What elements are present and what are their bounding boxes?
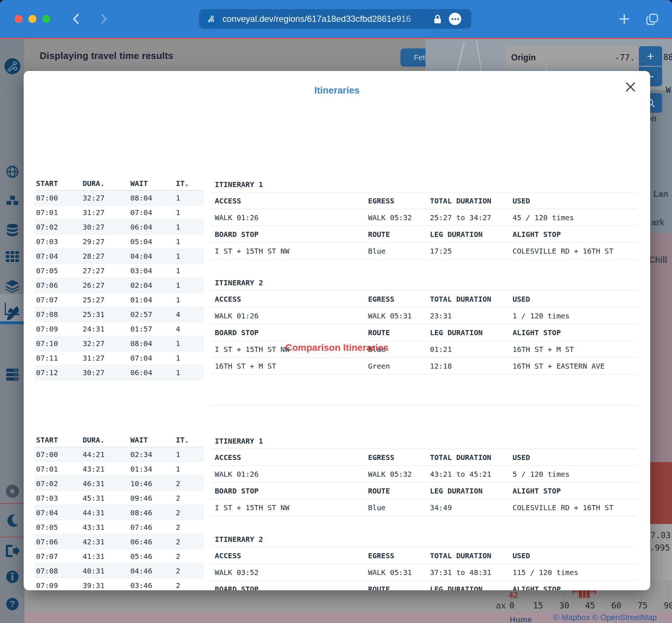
duration-cell: 40:31: [83, 567, 130, 575]
schedule-row[interactable]: 07:08 40:31 04:46 2: [35, 564, 204, 578]
start-cell: 07:09: [35, 325, 83, 333]
iteration-cell: 1: [176, 266, 204, 275]
svg-text:?: ?: [9, 599, 15, 609]
start-cell: 07:00: [35, 194, 83, 202]
new-tab-icon[interactable]: [618, 13, 631, 25]
sidebar-item-analysis[interactable]: [0, 296, 24, 321]
duration-cell: 45:31: [83, 494, 130, 503]
leg-duration: 34:49: [426, 503, 508, 512]
schedule-row[interactable]: 07:02 46:31 10:46 2: [35, 476, 204, 491]
forward-icon[interactable]: [97, 12, 110, 25]
moon-icon[interactable]: [0, 508, 24, 533]
record-icon[interactable]: [0, 479, 24, 504]
iteration-cell: 1: [176, 368, 204, 377]
url-fade: [397, 9, 430, 29]
wait-cell: 03:04: [130, 266, 176, 275]
ellipsis-icon[interactable]: [449, 13, 461, 25]
comparison-schedule-table: STARTDURA.WAITIT. 07:00 44:21 02:34 1 07…: [35, 433, 204, 590]
schedule-row[interactable]: 07:04 44:31 08:46 2: [35, 505, 204, 520]
start-cell: 07:03: [35, 237, 83, 246]
egress-value: WALK 05:31: [364, 312, 426, 320]
screenshot-root: { "browser": { "url": "conveyal.dev/regi…: [0, 0, 672, 623]
map-attribution[interactable]: © Mapbox © OpenStreetMap: [553, 613, 657, 622]
back-icon[interactable]: [70, 12, 83, 25]
duration-cell: 42:31: [83, 537, 130, 546]
schedule-row[interactable]: 07:06 42:31 06:46 2: [35, 535, 204, 549]
schedule-row[interactable]: 07:05 43:31 07:46 2: [35, 520, 204, 535]
start-cell: 07:09: [35, 581, 83, 590]
database-icon[interactable]: [0, 217, 24, 243]
conveyal-logo[interactable]: [0, 53, 24, 79]
iteration-cell: 1: [176, 208, 204, 217]
wait-cell: 02:34: [130, 450, 176, 459]
used-value: 45 / 120 times: [508, 213, 637, 222]
address-bar[interactable]: conveyal.dev/regions/617a18ed33cfbd2861e…: [199, 9, 471, 29]
map-zoom-in-button[interactable]: +: [639, 46, 662, 66]
iteration-cell: 1: [176, 281, 204, 290]
iteration-cell: 1: [176, 223, 204, 231]
window-minimize-button[interactable]: [28, 15, 36, 23]
schedule-row[interactable]: 07:04 28:27 04:04 1: [35, 249, 204, 263]
schedule-row[interactable]: 07:03 45:31 09:46 2: [35, 491, 204, 505]
schedule-row[interactable]: 07:03 29:27 05:04 1: [35, 234, 204, 249]
legs-header-row: BOARD STOPROUTELEG DURATIONALIGHT STOP: [210, 324, 637, 341]
itinerary-name: ITINERARY 1: [210, 176, 637, 193]
west-partial-text: W: [666, 85, 671, 95]
duration-cell: 46:31: [83, 479, 130, 488]
grid-icon[interactable]: [0, 244, 24, 269]
iteration-cell: 1: [176, 194, 204, 202]
schedule-row[interactable]: 07:10 32:27 08:04 1: [35, 336, 204, 351]
iteration-cell: 4: [176, 325, 204, 333]
iteration-cell: 1: [176, 450, 204, 459]
blocks-icon[interactable]: [0, 188, 24, 214]
tab-overview-icon[interactable]: [646, 13, 660, 26]
window-zoom-button[interactable]: [42, 15, 50, 23]
wait-cell: 07:46: [130, 523, 176, 532]
schedule-row[interactable]: 07:08 25:31 02:57 4: [35, 307, 204, 322]
globe-icon[interactable]: [0, 159, 24, 184]
schedule-row[interactable]: 07:13 29:27 05:04 1: [35, 380, 204, 385]
servers-icon[interactable]: [0, 362, 24, 388]
schedule-row[interactable]: 07:00 44:21 02:34 1: [35, 447, 204, 462]
start-cell: 07:11: [35, 354, 83, 362]
axis-tick: 15: [533, 601, 543, 610]
help-icon[interactable]: ?: [0, 591, 24, 617]
start-cell: 07:06: [35, 281, 83, 290]
duration-cell: 25:27: [83, 295, 130, 304]
layers-icon[interactable]: [0, 273, 24, 299]
start-cell: 07:02: [35, 223, 83, 231]
schedule-row[interactable]: 07:07 41:31 05:46 2: [35, 549, 204, 564]
schedule-row[interactable]: 07:07 25:27 01:04 1: [35, 293, 204, 307]
wait-cell: 06:46: [130, 537, 176, 546]
start-cell: 07:08: [35, 567, 83, 575]
axis-tick: 0: [509, 601, 514, 610]
sign-out-icon[interactable]: [0, 538, 24, 564]
schedule-row[interactable]: 07:00 32:27 08:04 1: [35, 191, 204, 205]
schedule-row[interactable]: 07:06 26:27 02:04 1: [35, 278, 204, 293]
start-cell: 07:02: [35, 479, 83, 488]
itineraries-modal: Itineraries Comparison Itineraries START…: [24, 71, 650, 590]
egress-value: WALK 05:32: [364, 213, 426, 222]
wait-cell: 06:04: [130, 368, 176, 377]
leg-duration: 01:21: [426, 345, 508, 354]
iteration-cell: 2: [176, 494, 204, 503]
schedule-row[interactable]: 07:02 30:27 06:04 1: [35, 220, 204, 234]
schedule-row[interactable]: 07:09 39:31 03:46 2: [35, 578, 204, 590]
info-icon[interactable]: [0, 564, 24, 590]
schedule-row[interactable]: 07:12 30:27 06:04 1: [35, 365, 204, 380]
duration-cell: 39:31: [83, 581, 130, 590]
window-close-button[interactable]: [15, 15, 23, 23]
schedule-row[interactable]: 07:09 24:31 01:57 4: [35, 322, 204, 336]
wait-cell: 10:46: [130, 479, 176, 488]
iteration-cell: 1: [176, 252, 204, 261]
lock-icon: [434, 15, 442, 24]
leg-duration: 17:25: [426, 247, 508, 255]
duration-cell: 28:27: [83, 252, 130, 261]
duration-cell: 43:31: [83, 523, 130, 532]
schedule-row[interactable]: 07:11 31:27 07:04 1: [35, 351, 204, 365]
itinerary-details: ITINERARY 1 ACCESSEGRESSTOTAL DURATIONUS…: [210, 176, 637, 405]
schedule-row[interactable]: 07:01 43:21 01:34 1: [35, 462, 204, 476]
egress-value: WALK 05:31: [364, 568, 426, 577]
schedule-row[interactable]: 07:01 31:27 07:04 1: [35, 205, 204, 220]
schedule-row[interactable]: 07:05 27:27 03:04 1: [35, 263, 204, 278]
